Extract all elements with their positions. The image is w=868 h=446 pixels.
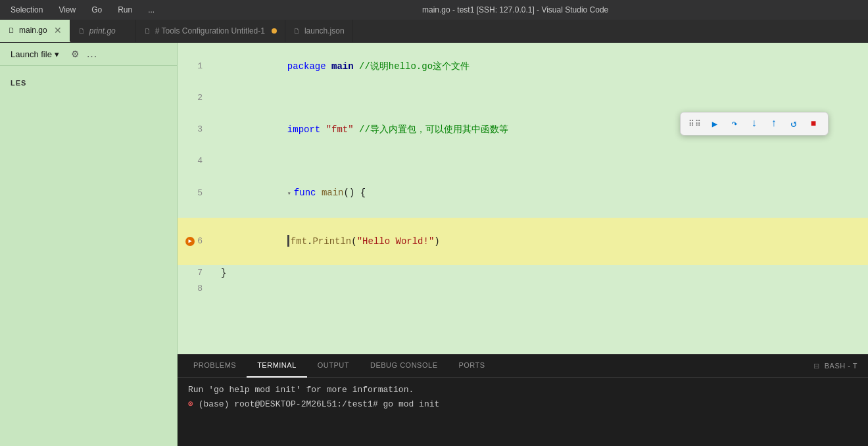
titlebar: Selection View Go Run ... main.go - test… <box>0 0 868 20</box>
window-title: main.go - test1 [SSH: 127.0.0.1] - Visua… <box>170 5 860 14</box>
debug-restart-button[interactable]: ↺ <box>786 116 802 132</box>
debug-stop-button[interactable]: ■ <box>806 116 821 132</box>
panel-tabs: PROBLEMS TERMINAL OUTPUT DEBUG CONSOLE P… <box>178 355 868 378</box>
code-editor[interactable]: 1 package main //说明hello.go这个文件 2 <box>178 43 868 354</box>
fmt-pkg: fmt <box>291 236 307 247</box>
pkg-main: main <box>331 61 354 72</box>
line-number-3: 3 <box>197 122 203 137</box>
comment-1: //说明hello.go这个文件 <box>354 61 470 72</box>
code-line-1: 1 package main //说明hello.go这个文件 <box>178 43 868 90</box>
menu-run[interactable]: Run <box>115 4 135 16</box>
line-content-2 <box>210 90 868 106</box>
gutter-6: ▶ 6 <box>178 218 210 265</box>
code-area: 1 package main //说明hello.go这个文件 2 <box>178 43 868 297</box>
panel-tab-terminal[interactable]: TERMINAL <box>247 355 307 378</box>
cursor-bar <box>287 235 289 247</box>
tab-bar: 🗋 main.go ✕ 🗋 print.go 🗋 # Tools Configu… <box>0 20 868 43</box>
panel-right-controls: ⊟ bash - t <box>813 362 863 370</box>
toolbar-grip[interactable]: ⠿⠿ <box>687 116 703 132</box>
panel-bash-label[interactable]: ⊟ bash - t <box>813 362 857 370</box>
line-content-7: } <box>210 265 868 281</box>
launch-bar: Launch file ▾ ⚙ ... <box>0 43 177 66</box>
menu-selection[interactable]: Selection <box>8 4 45 16</box>
panel-tab-ports[interactable]: PORTS <box>448 355 495 378</box>
line-number-6: 6 <box>197 234 203 249</box>
fold-arrow-5[interactable]: ▾ <box>287 190 291 197</box>
debug-continue-button[interactable]: ▶ <box>707 116 723 132</box>
gutter-5: 5 <box>178 169 210 218</box>
line-number-7: 7 <box>197 265 203 281</box>
tab-tools-config[interactable]: 🗋 # Tools Configuration Untitled-1 <box>136 20 285 42</box>
tab-launch-json[interactable]: 🗋 launch.json <box>285 20 353 42</box>
code-line-7: 7 } <box>178 265 868 281</box>
error-icon: ⊗ <box>188 399 193 409</box>
keyword-package: package <box>287 61 326 72</box>
import-fmt: "fmt" <box>326 124 354 135</box>
tab-print-go[interactable]: 🗋 print.go <box>70 20 136 42</box>
main-layout: Launch file ▾ ⚙ ... LES 1 package main /… <box>0 43 868 446</box>
debug-step-over-button[interactable]: ↷ <box>727 116 742 132</box>
line-number-5: 5 <box>197 186 203 201</box>
terminal-line-2: ⊗ (base) root@DESKTOP-2M26L51:/test1# go… <box>188 397 857 412</box>
panel-tab-output[interactable]: OUTPUT <box>307 355 360 378</box>
line-number-4: 4 <box>197 153 203 169</box>
menu-more[interactable]: ... <box>145 4 157 16</box>
code-line-5: 5 ▾func main() { <box>178 169 868 218</box>
editor-container: 1 package main //说明hello.go这个文件 2 <box>178 43 868 446</box>
panel: PROBLEMS TERMINAL OUTPUT DEBUG CONSOLE P… <box>178 354 868 446</box>
bash-tab-label[interactable]: bash - t <box>825 362 857 370</box>
println-method: Println <box>312 236 351 247</box>
keyword-import: import <box>287 124 320 135</box>
titlebar-menu: Selection View Go Run ... <box>8 4 157 16</box>
menu-go[interactable]: Go <box>89 4 105 16</box>
line-content-8 <box>210 281 868 297</box>
func-main: main <box>322 187 344 198</box>
debug-step-out-button[interactable]: ↑ <box>766 116 782 132</box>
tab-label-main-go: main.go <box>19 26 47 35</box>
menu-view[interactable]: View <box>56 4 78 16</box>
chevron-down-icon: ▾ <box>55 49 59 59</box>
debug-step-into-button[interactable]: ↓ <box>746 116 762 132</box>
line-number-2: 2 <box>197 90 203 106</box>
tab-main-go[interactable]: 🗋 main.go ✕ <box>0 20 70 42</box>
line-number-1: 1 <box>197 59 203 74</box>
line-content-4 <box>210 153 868 169</box>
gutter-1: 1 <box>178 43 210 90</box>
tab-label-tools: # Tools Configuration Untitled-1 <box>155 26 265 36</box>
tab-label-print-go: print.go <box>89 26 116 36</box>
terminal-line-1: Run 'go help mod init' for more informat… <box>188 383 857 397</box>
line-content-5: ▾func main() { <box>210 169 868 218</box>
code-line-6: ▶ 6 fmt.Println("Hello World!") <box>178 218 868 265</box>
gutter-2: 2 <box>178 90 210 106</box>
keyword-func: func <box>294 187 316 198</box>
gutter-7: 7 <box>178 265 210 281</box>
hello-string: "Hello World!" <box>357 236 435 247</box>
launch-file-label: Launch file <box>11 49 52 59</box>
file-icon: 🗋 <box>8 26 15 34</box>
panel-tab-debug-console[interactable]: DEBUG CONSOLE <box>360 355 448 378</box>
launch-dropdown[interactable]: Launch file ▾ <box>5 48 64 61</box>
split-panel-icon: ⊟ <box>813 362 820 370</box>
tab-label-launch: launch.json <box>304 26 345 36</box>
panel-content[interactable]: Run 'go help mod init' for more informat… <box>178 378 868 446</box>
comment-3: //导入内置包，可以使用其中函数等 <box>354 124 508 135</box>
code-line-4: 4 <box>178 153 868 169</box>
sidebar: Launch file ▾ ⚙ ... LES <box>0 43 178 446</box>
file-icon-4: 🗋 <box>293 27 301 35</box>
gutter-3: 3 <box>178 106 210 153</box>
sidebar-section-header: LES <box>0 66 177 92</box>
unsaved-dot <box>272 28 277 34</box>
panel-tab-problems[interactable]: PROBLEMS <box>183 355 247 378</box>
file-icon-3: 🗋 <box>144 27 151 35</box>
debug-toolbar: ⠿⠿ ▶ ↷ ↓ ↑ ↺ ■ <box>680 112 829 136</box>
code-line-8: 8 <box>178 281 868 297</box>
more-icon[interactable]: ... <box>87 48 97 60</box>
gear-icon[interactable]: ⚙ <box>68 47 83 61</box>
line-content-1: package main //说明hello.go这个文件 <box>210 43 868 90</box>
gutter-8: 8 <box>178 281 210 297</box>
terminal-prompt: (base) root@DESKTOP-2M26L51:/test1# go m… <box>199 399 440 409</box>
gutter-4: 4 <box>178 153 210 169</box>
line-content-6: fmt.Println("Hello World!") <box>210 218 868 265</box>
tab-close-main-go[interactable]: ✕ <box>54 25 62 36</box>
breakpoint-indicator[interactable]: ▶ <box>185 237 195 246</box>
